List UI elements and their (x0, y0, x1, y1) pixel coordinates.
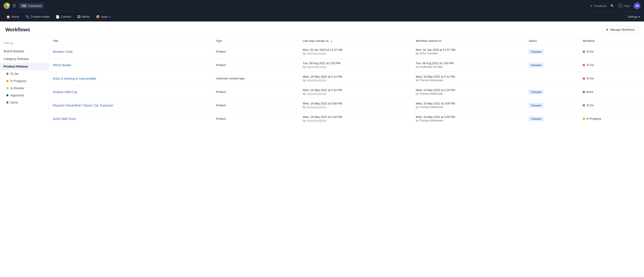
sidebar-sub-item-approved[interactable]: Approved (0, 92, 49, 99)
dot-blue-icon (6, 94, 8, 96)
workflow-status: To Do (583, 50, 640, 53)
cell-workflow-started: Wed, 18 May 2022 at 3:12 PM by Thomas Ke… (412, 72, 525, 85)
cell-last-step: Wed, 18 May 2022 at 3:12 PM by (299, 72, 412, 85)
media-icon: 🖼 (77, 15, 80, 19)
entry-title-link[interactable]: Whisk Beater (53, 63, 71, 67)
nav-apps[interactable]: 📦 Apps ▾ (93, 14, 113, 20)
workflow-status: In Progress (583, 117, 640, 120)
filter-label: Filter by (0, 42, 49, 48)
cell-workflow: To Do (579, 45, 644, 58)
status-badge: Changed (528, 50, 544, 54)
workflow-status: To Do (583, 77, 640, 80)
status-badge: Changed (528, 117, 544, 121)
hamburger-icon[interactable]: ☰ (12, 3, 16, 8)
help-icon: ? (618, 4, 622, 8)
nav-media[interactable]: 🖼 Media (75, 14, 92, 20)
sidebar-sub-item-to-do[interactable]: To Do (0, 70, 49, 77)
last-step-date: Wed, 18 May 2022 at 3:09 PM (303, 102, 408, 105)
entry-title-link[interactable]: Entry is missing or inaccessible (53, 77, 96, 80)
cell-title: Whisk Beater (49, 58, 212, 72)
main-panel: Title Type Last step change on ▲ Workflo… (49, 37, 644, 125)
last-step-date: Wed, 18 May 2022 at 3:12 PM (303, 75, 408, 78)
nav-content-model[interactable]: 🔧 Content model (23, 14, 52, 20)
workflow-start-date: Wed, 18 May 2022 at 3:09 PM (416, 102, 522, 105)
user-avatar[interactable]: JM (634, 3, 640, 9)
workflow-status: Done (583, 90, 640, 94)
sidebar-sub-item-done[interactable]: Done (0, 99, 49, 106)
workflow-start-by: by Thomas Kellermeier (416, 92, 522, 95)
feedback-button[interactable]: Feedback (590, 4, 606, 8)
settings-arrow-icon: ▾ (639, 15, 640, 18)
settings-button[interactable]: Settings ▾ (628, 15, 640, 18)
help-button[interactable]: ? Help (618, 4, 630, 8)
cell-workflow: To Do (579, 99, 644, 112)
cell-last-step: Tue, 09 Aug 2022 at 2:00 PM by (299, 58, 412, 72)
cell-type: Product (212, 45, 299, 58)
cell-workflow-started: Mon, 02 Jan 2023 at 11:57 AM by Arthur C… (412, 45, 525, 58)
apps-icon: 📦 (96, 15, 100, 19)
cell-workflow: In Progress (579, 112, 644, 126)
nav-home[interactable]: 🏠 Home (4, 14, 22, 20)
col-header-workflow: Workflow (579, 37, 644, 45)
cell-status: Changed (525, 58, 579, 72)
cell-workflow: To Do (579, 58, 644, 72)
last-step-by: by (303, 65, 408, 69)
table-row: Wooden Chair Product Mon, 02 Jan 2023 at… (49, 45, 644, 58)
org-initials: CO (21, 4, 27, 8)
sidebar-item-product-release[interactable]: Product Release (0, 63, 49, 70)
last-step-date: Tue, 09 Aug 2022 at 2:00 PM (303, 62, 408, 65)
entry-title-link[interactable]: Wooden Chair (53, 50, 73, 54)
search-button[interactable]: 🔍 (610, 4, 614, 8)
redacted-user (306, 120, 326, 122)
col-header-title: Title (49, 37, 212, 45)
manage-workflows-button[interactable]: ⚙ Manage Workflows (602, 26, 639, 33)
workflow-start-date: Wed, 18 May 2022 at 3:12 PM (416, 75, 522, 78)
nav-right: Feedback 🔍 ? Help JM (590, 3, 640, 9)
last-step-by: by (303, 92, 408, 95)
cell-status (525, 72, 579, 85)
cell-last-step: Wed, 18 May 2022 at 3:09 PM by (299, 99, 412, 112)
cell-type: Product (212, 112, 299, 126)
cell-title: Hudson Wall Cup (49, 85, 212, 99)
workflow-dot-icon (583, 51, 585, 53)
redacted-user (306, 79, 326, 82)
workflow-dot-icon (583, 104, 585, 107)
entry-title-link[interactable]: Playsam Streamliner Classic Car, Espress… (53, 104, 113, 107)
search-icon: 🔍 (610, 4, 614, 8)
col-header-last-step[interactable]: Last step change on ▲ (299, 37, 412, 45)
home-icon: 🏠 (6, 15, 10, 19)
nav-items: 🏠 Home 🔧 Content model 📄 Content 🖼 Media… (4, 14, 113, 20)
org-badge[interactable]: CO Contentful (19, 3, 44, 9)
workflow-status: To Do (583, 104, 640, 107)
workflow-start-by: by Thomas Kellermeier (416, 106, 522, 109)
entry-title-link[interactable]: SoSo Wall Clock (53, 117, 76, 121)
star-icon (590, 4, 592, 8)
sidebar-item-category-release[interactable]: Category Release (0, 55, 49, 63)
workflow-dot-icon (583, 118, 585, 120)
page-title: Workflows (5, 27, 30, 33)
dot-red-icon (6, 73, 8, 75)
cell-title: Entry is missing or inaccessible (49, 72, 212, 85)
contentful-logo[interactable] (4, 3, 10, 9)
redacted-user (306, 106, 326, 109)
sidebar-sub-item-in-review[interactable]: In Review (0, 85, 49, 92)
last-step-by: by (303, 106, 408, 109)
cell-status: Changed (525, 112, 579, 126)
workflow-label: To Do (586, 50, 594, 53)
top-navigation: ☰ CO Contentful Feedback 🔍 ? Help JM (0, 0, 644, 12)
cell-workflow-started: Wed, 18 May 2022 at 3:10 PM by Thomas Ke… (412, 85, 525, 99)
workflow-label: Done (586, 90, 593, 94)
cell-workflow-started: Tue, 09 Aug 2022 at 2:00 PM by Ferdinand… (412, 58, 525, 72)
col-header-type: Type (212, 37, 299, 45)
col-header-status: Status (525, 37, 579, 45)
workflows-table: Title Type Last step change on ▲ Workflo… (49, 37, 644, 125)
workflow-start-date: Wed, 18 May 2022 at 3:10 PM (416, 88, 522, 92)
sidebar-item-brand-release[interactable]: Brand Release (0, 48, 49, 55)
second-navigation: 🏠 Home 🔧 Content model 📄 Content 🖼 Media… (0, 12, 644, 22)
workflow-status: To Do (583, 63, 640, 67)
entry-title-link[interactable]: Hudson Wall Cup (53, 90, 77, 94)
table-container: Title Type Last step change on ▲ Workflo… (49, 37, 644, 125)
sidebar-sub-item-in-progress[interactable]: In Progress (0, 77, 49, 85)
nav-content[interactable]: 📄 Content (53, 14, 74, 20)
cell-type: Product (212, 58, 299, 72)
